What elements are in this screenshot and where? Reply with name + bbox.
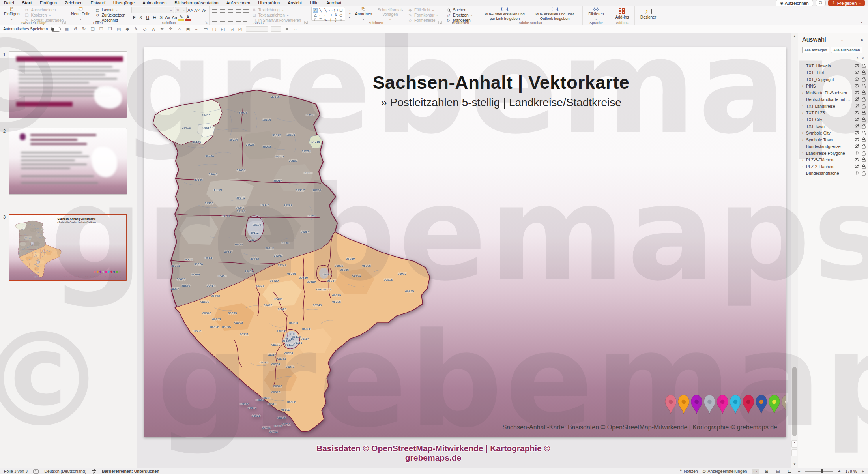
save-icon[interactable]: ▦ [64,26,69,32]
shape-fill-button[interactable]: ◆Fülleffekt⌄ [407,8,440,13]
map-pin[interactable] [691,395,702,414]
unlock-icon[interactable] [862,64,866,68]
text-color-icon[interactable]: A [150,27,156,32]
map-pin[interactable] [782,395,786,414]
reading-view-button[interactable]: ▤ [774,469,781,474]
selection-item[interactable]: › TXT PLZ5 [802,109,866,116]
move-up-icon[interactable]: ∧ [856,56,859,60]
slide-thumbnail-2[interactable] [9,128,127,195]
text-shadow-button[interactable]: S̄ [158,15,164,20]
selection-item-label[interactable]: TXT PLZ5 [806,111,852,115]
pen-icon[interactable]: ✒ [159,26,165,32]
bullets-button[interactable] [212,8,217,15]
slide-counter[interactable]: Folie 3 von 3 [4,469,28,474]
scroll-down-icon[interactable]: ▼ [791,463,798,466]
menu-item[interactable]: Einfügen [36,0,61,6]
eye-icon[interactable] [854,157,859,162]
menu-item[interactable]: Übergänge [109,0,138,6]
move-icon[interactable]: ✛ [168,26,174,32]
shrink-font-button[interactable]: A˅ [194,8,200,13]
slide-copyright[interactable]: Sachsen-Anhalt-Karte: Basisdaten © OpenS… [502,424,777,431]
clear-formatting-button[interactable]: A̷ [201,8,207,13]
copy-icon[interactable]: ❏ [90,26,95,32]
eye-icon[interactable] [854,84,859,88]
unlock-icon[interactable] [862,137,866,142]
selection-item[interactable]: › MiniKarte FL-Sachsen-Anhalt [802,89,866,96]
selection-item-label[interactable]: TXT_Copyright [806,77,852,82]
language-selector[interactable]: Deutsch (Deutschland) [44,469,86,474]
map-pin[interactable] [756,395,767,414]
pane-options-icon[interactable]: ⌄ [838,38,846,42]
shape-gallery-scroll[interactable]: ▲▼▾ [348,7,351,21]
unlock-icon[interactable] [862,90,866,95]
eye-icon[interactable] [854,111,859,115]
menu-item[interactable]: Datei [0,0,18,6]
addins-button[interactable]: Add-Ins [614,7,630,21]
menu-item[interactable]: Hilfe [306,0,322,6]
hide-all-button[interactable]: Alle ausblenden [831,47,862,53]
unlock-icon[interactable] [862,104,866,109]
zoom-slider-thumb[interactable] [821,469,823,473]
paste-icon[interactable]: ❐ [98,26,104,32]
selection-item-label[interactable]: Landkreise-Polygone [806,151,852,156]
highlight-color-button[interactable]: ✎ [178,14,184,21]
slide[interactable]: Sachsen-Anhalt | Vektorkarte » Postleitz… [144,47,786,437]
layout-icon[interactable]: ▤ [116,26,122,32]
move-down-icon[interactable]: ∨ [862,56,864,60]
map-pin[interactable] [665,395,676,414]
map-pin[interactable] [678,395,689,414]
group-icon[interactable]: ◱ [220,26,226,32]
unlock-icon[interactable] [862,131,866,135]
unlock-icon[interactable] [862,171,866,176]
selection-item-label[interactable]: Symbole City [806,131,852,135]
font-size-input[interactable]: 18⌄ [175,7,187,13]
bring-forward-icon[interactable]: ◰ [237,26,243,32]
eye-slash-icon[interactable] [854,64,859,68]
eye-icon[interactable] [854,151,859,155]
cut-button[interactable]: ✂Ausschneiden [23,8,64,13]
selection-item[interactable]: › PINS [802,82,866,89]
show-all-button[interactable]: Alle anzeigen [802,47,829,53]
accessibility-status[interactable]: Barrierefreiheit: Untersuchen [102,469,159,474]
selection-item[interactable]: › TXT Landkreise [802,103,866,109]
slide-thumbnail-3-selected[interactable]: Sachsen-Anhalt | Vektorkarte » Postleitz… [9,214,127,281]
fill-color-icon[interactable]: ◆ [124,26,130,32]
menu-item[interactable]: Animationen [138,0,170,6]
selection-item[interactable]: › Deutschlandkarte mit Unter... [802,96,866,103]
unlock-icon[interactable] [862,70,866,75]
sachsen-anhalt-map[interactable]: 3961539619396063953929410294132941638489… [151,87,432,434]
new-slide-button[interactable]: Neue Folie⌄ [69,7,92,21]
chevron-right-icon[interactable]: › [802,84,806,88]
find-button[interactable]: Suchen [445,8,475,13]
selection-item[interactable]: › TXT City [802,116,866,123]
strikethrough-button[interactable]: S [152,15,157,20]
share-button[interactable]: ⇧Freigeben⌄ [828,0,865,6]
menu-item[interactable]: Bildschirmpräsentation [170,0,222,6]
chevron-right-icon[interactable]: › [802,91,806,95]
ungroup-icon[interactable]: ◲ [228,26,234,32]
eye-slash-icon[interactable] [854,144,859,148]
unlock-icon[interactable] [862,151,866,156]
next-slide-button[interactable]: ⌄ [791,449,797,456]
chevron-right-icon[interactable]: › [802,151,806,155]
selection-item[interactable]: › TXT Town [802,123,866,129]
text-direction-button[interactable]: ⇅Textrichtung⌄ [251,8,306,13]
change-case-button[interactable]: Aa [172,15,178,20]
unlock-icon[interactable] [862,97,866,102]
layout-button[interactable]: ▤Layout⌄ [94,8,126,13]
selection-item-label[interactable]: TXT City [806,117,852,122]
quick-styles-button[interactable]: Schnellformat-vorlagen⌄ [376,7,404,21]
highlight-icon[interactable]: ▣ [185,26,191,32]
pdf-link-button[interactable]: PDF-Datei erstellen und per Link freigeb… [483,7,526,21]
chevron-right-icon[interactable]: › [802,165,806,169]
off-slide-copyright-note[interactable]: Basisdaten © OpenStreetMap-Mitwirkende |… [287,444,579,463]
selection-item-label[interactable]: Bundeslandgrenze [806,144,852,149]
paste-button[interactable]: Einfügen⌄ [2,7,21,21]
eye-slash-icon[interactable] [854,124,859,128]
selection-item-label[interactable]: PLZ-5-Flächen [806,157,852,162]
vertical-scrollbar[interactable]: ▲ ⌃ ⌄ ▼ [791,33,798,468]
shape-outline-icon[interactable]: ✎ [133,26,139,32]
eye-slash-icon[interactable] [854,131,859,135]
slide-thumbnail-1[interactable] [9,51,127,118]
menu-item[interactable]: Überprüfen [254,0,284,6]
